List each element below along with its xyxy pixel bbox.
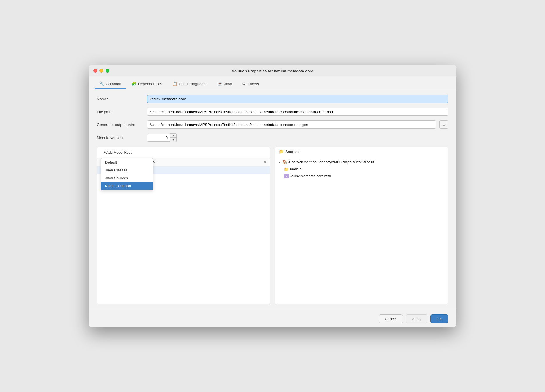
generator-input[interactable] [147, 120, 436, 129]
left-panel: + Add Model Root Default Java Classes Ja… [97, 147, 270, 304]
window-controls [93, 69, 109, 73]
filepath-row: File path: [97, 108, 448, 116]
dropdown-item-java-sources[interactable]: Java Sources [101, 174, 153, 182]
ok-button[interactable]: OK [430, 314, 448, 323]
used-languages-tab-icon: 📋 [172, 81, 177, 86]
tab-facets-label: Facets [248, 82, 259, 86]
tab-java[interactable]: ☕ Java [213, 79, 237, 89]
filepath-input[interactable] [147, 108, 448, 116]
home-icon: 🏠 [282, 160, 287, 164]
add-model-root-button[interactable]: + Add Model Root [101, 149, 134, 156]
right-panel: 📁 Sources ▼ 🏠 /Users/clement.bourdonnaye… [275, 147, 448, 304]
chevron-down-icon: ▼ [278, 161, 281, 164]
main-content: Name: File path: Generator output path: … [89, 89, 456, 310]
left-panel-header: + Add Model Root [97, 147, 270, 158]
dropdown-item-kotlin-common[interactable]: Kotlin Common [101, 182, 153, 190]
remove-model-root-1-button[interactable]: ✕ [263, 160, 267, 164]
apply-button[interactable]: Apply [406, 314, 428, 323]
tab-used-languages-label: Used Languages [179, 82, 207, 86]
title-bar: Solution Properties for kotlinx-metadata… [89, 65, 456, 76]
tab-used-languages[interactable]: 📋 Used Languages [167, 79, 212, 89]
add-model-root-dropdown: Default Java Classes Java Sources Kotlin… [101, 158, 153, 190]
tree-msd-row[interactable]: s kotlinx-metadata-core.msd [281, 173, 448, 180]
tree-models-row[interactable]: 📁 models [281, 166, 448, 173]
source-tree: ▼ 🏠 /Users/clement.bourdonnaye/MPSProjec… [275, 156, 448, 182]
panels-row: + Add Model Root Default Java Classes Ja… [97, 147, 448, 304]
right-panel-title: Sources [285, 150, 299, 154]
filepath-label: File path: [97, 110, 144, 114]
java-tab-icon: ☕ [217, 81, 222, 86]
tab-facets[interactable]: ⚙ Facets [237, 79, 264, 89]
tree-msd-label: kotlinx-metadata-core.msd [290, 174, 331, 178]
dialog-title: Solution Properties for kotlinx-metadata… [95, 69, 450, 73]
dropdown-item-java-classes[interactable]: Java Classes [101, 166, 153, 174]
module-version-label: Module version: [97, 136, 144, 140]
tree-root-row[interactable]: ▼ 🏠 /Users/clement.bourdonnaye/MPSProjec… [275, 159, 448, 166]
tab-bar: 🔧 Common 🧩 Dependencies 📋 Used Languages… [89, 76, 456, 89]
dropdown-item-default[interactable]: Default [101, 158, 153, 166]
browse-button[interactable]: ... [439, 120, 448, 129]
tab-dependencies-label: Dependencies [138, 82, 162, 86]
name-row: Name: [97, 95, 448, 103]
tab-dependencies[interactable]: 🧩 Dependencies [127, 79, 167, 89]
module-version-spinner: ▲ ▼ [147, 133, 177, 142]
name-label: Name: [97, 97, 144, 101]
spinner-buttons: ▲ ▼ [170, 133, 177, 142]
tab-common[interactable]: 🔧 Common [95, 79, 126, 89]
models-folder-icon: 📁 [284, 167, 289, 172]
minimize-window-button[interactable] [99, 69, 103, 73]
facets-tab-icon: ⚙ [242, 81, 246, 86]
module-version-input[interactable] [147, 134, 170, 142]
dialog: Solution Properties for kotlinx-metadata… [89, 65, 456, 327]
module-version-row: Module version: ▲ ▼ [97, 133, 448, 142]
dialog-footer: Cancel Apply OK [89, 310, 456, 327]
maximize-window-button[interactable] [106, 69, 109, 73]
cancel-button[interactable]: Cancel [379, 314, 403, 323]
tree-root-label: /Users/clement.bourdonnaye/MPSProjects/T… [288, 160, 374, 164]
msd-file-icon: s [284, 174, 289, 178]
sources-folder-icon: 📁 [279, 149, 284, 154]
dependencies-tab-icon: 🧩 [131, 81, 136, 86]
close-window-button[interactable] [93, 69, 97, 73]
generator-path-row: Generator output path: ... [97, 120, 448, 129]
tree-models-label: models [290, 167, 301, 171]
tab-java-label: Java [224, 82, 232, 86]
spinner-down-button[interactable]: ▼ [170, 138, 176, 142]
tab-common-label: Common [106, 82, 121, 86]
right-panel-header: 📁 Sources [275, 147, 448, 156]
spinner-up-button[interactable]: ▲ [170, 134, 176, 138]
generator-label: Generator output path: [97, 123, 144, 127]
name-input[interactable] [147, 95, 448, 103]
common-tab-icon: 🔧 [99, 81, 104, 86]
